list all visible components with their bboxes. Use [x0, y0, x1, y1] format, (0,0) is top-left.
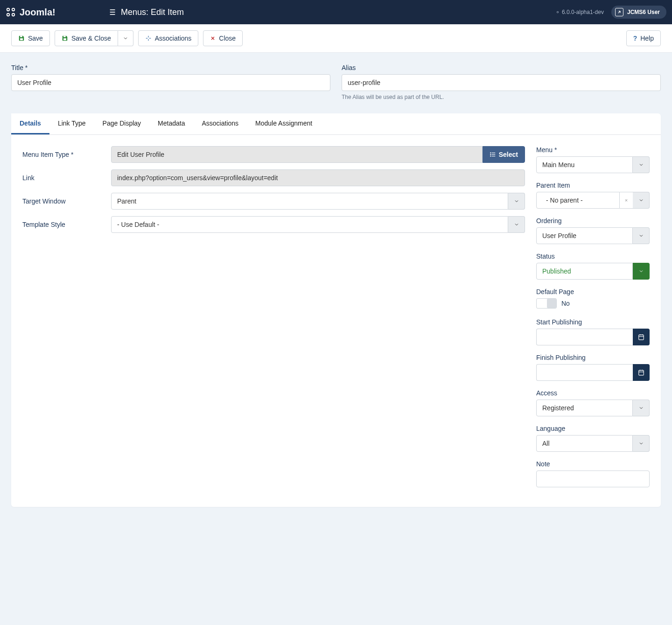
ordering-label: Ordering — [536, 217, 650, 225]
associations-icon — [145, 35, 152, 42]
svg-rect-14 — [63, 38, 66, 40]
brand: Joomla! — [0, 7, 99, 18]
access-select[interactable]: Registered — [536, 400, 650, 416]
save-close-button[interactable]: Save & Close — [55, 30, 118, 46]
default-page-value: No — [561, 300, 570, 307]
target-label: Target Window — [22, 197, 111, 205]
chevron-down-icon — [633, 227, 650, 244]
parent-label: Parent Item — [536, 182, 650, 189]
language-select[interactable]: All — [536, 435, 650, 452]
ordering-select[interactable]: User Profile — [536, 227, 650, 244]
joomla-logo-icon — [6, 7, 16, 17]
external-link-icon — [615, 8, 623, 16]
default-page-label: Default Page — [536, 288, 650, 295]
status-select[interactable]: Published — [536, 263, 650, 280]
chevron-down-icon — [633, 156, 650, 173]
calendar-icon[interactable] — [633, 364, 650, 381]
svg-point-24 — [490, 153, 491, 153]
chevron-down-icon — [633, 400, 650, 416]
link-label: Link — [22, 174, 111, 182]
chevron-down-icon — [633, 435, 650, 452]
tab-metadata[interactable]: Metadata — [149, 113, 193, 134]
alias-help: The Alias will be used as part of the UR… — [342, 94, 661, 100]
save-icon — [18, 35, 25, 42]
link-value: index.php?option=com_users&view=profile&… — [111, 169, 525, 186]
start-publishing-label: Start Publishing — [536, 318, 650, 326]
list-icon — [490, 151, 496, 158]
default-page-toggle[interactable] — [536, 298, 557, 309]
template-label: Template Style — [22, 221, 111, 228]
svg-point-25 — [490, 154, 491, 154]
svg-point-3 — [12, 14, 15, 16]
svg-rect-12 — [20, 38, 23, 40]
tabs: Details Link Type Page Display Metadata … — [11, 113, 661, 135]
alias-label: Alias — [342, 64, 661, 71]
svg-point-26 — [490, 156, 491, 156]
save-button[interactable]: Save — [11, 30, 50, 46]
user-menu[interactable]: JCMS6 User — [611, 6, 666, 19]
topbar: Joomla! Menus: Edit Item 6.0.0-alpha1-de… — [0, 0, 672, 24]
menu-type-label: Menu Item Type * — [22, 151, 111, 158]
title-input[interactable] — [11, 74, 330, 91]
save-icon — [62, 35, 68, 42]
chevron-down-icon — [508, 193, 525, 210]
template-select[interactable]: - Use Default - — [111, 216, 525, 233]
language-label: Language — [536, 425, 650, 432]
help-icon: ? — [633, 35, 637, 42]
svg-rect-13 — [63, 36, 66, 37]
note-label: Note — [536, 460, 650, 468]
toolbar: Save Save & Close Associations — [0, 24, 672, 53]
tab-associations[interactable]: Associations — [193, 113, 247, 134]
calendar-icon[interactable] — [633, 329, 650, 345]
parent-select[interactable]: - No parent - × — [536, 192, 650, 209]
target-select[interactable]: Parent — [111, 193, 525, 210]
chevron-down-icon — [633, 192, 650, 209]
clear-icon[interactable]: × — [620, 192, 633, 209]
tab-module-assignment[interactable]: Module Assignment — [247, 113, 321, 134]
page-title-area: Menus: Edit Item — [99, 7, 555, 17]
hamburger-list-icon — [107, 7, 116, 17]
note-input[interactable] — [536, 471, 650, 487]
alias-input[interactable] — [342, 74, 661, 91]
svg-rect-27 — [638, 335, 644, 340]
chevron-down-icon — [508, 216, 525, 233]
svg-rect-11 — [20, 36, 22, 37]
user-name: JCMS6 User — [627, 9, 660, 15]
svg-point-10 — [557, 11, 558, 13]
finish-publishing-input[interactable] — [536, 364, 633, 381]
finish-publishing-label: Finish Publishing — [536, 354, 650, 361]
close-icon — [210, 35, 216, 41]
svg-point-0 — [7, 8, 10, 11]
tab-link-type[interactable]: Link Type — [49, 113, 94, 134]
menu-type-select-button[interactable]: Select — [483, 146, 525, 163]
svg-point-1 — [12, 8, 15, 11]
menu-select[interactable]: Main Menu — [536, 156, 650, 173]
page-title: Menus: Edit Item — [121, 7, 184, 17]
menu-type-value: Edit User Profile — [111, 146, 483, 163]
associations-button[interactable]: Associations — [138, 30, 199, 46]
version: 6.0.0-alpha1-dev — [555, 9, 604, 15]
svg-rect-31 — [638, 370, 644, 375]
tab-details[interactable]: Details — [11, 113, 49, 134]
status-label: Status — [536, 253, 650, 260]
close-button[interactable]: Close — [203, 30, 243, 46]
svg-point-2 — [7, 14, 10, 16]
tab-page-display[interactable]: Page Display — [94, 113, 150, 134]
menu-label: Menu * — [536, 146, 650, 154]
help-button[interactable]: ? Help — [626, 30, 661, 46]
title-label: Title * — [11, 64, 330, 71]
start-publishing-input[interactable] — [536, 329, 633, 345]
save-close-dropdown[interactable] — [118, 30, 133, 46]
chevron-down-icon — [633, 263, 650, 280]
brand-text: Joomla! — [20, 7, 56, 18]
access-label: Access — [536, 389, 650, 397]
chevron-down-icon — [123, 35, 128, 41]
